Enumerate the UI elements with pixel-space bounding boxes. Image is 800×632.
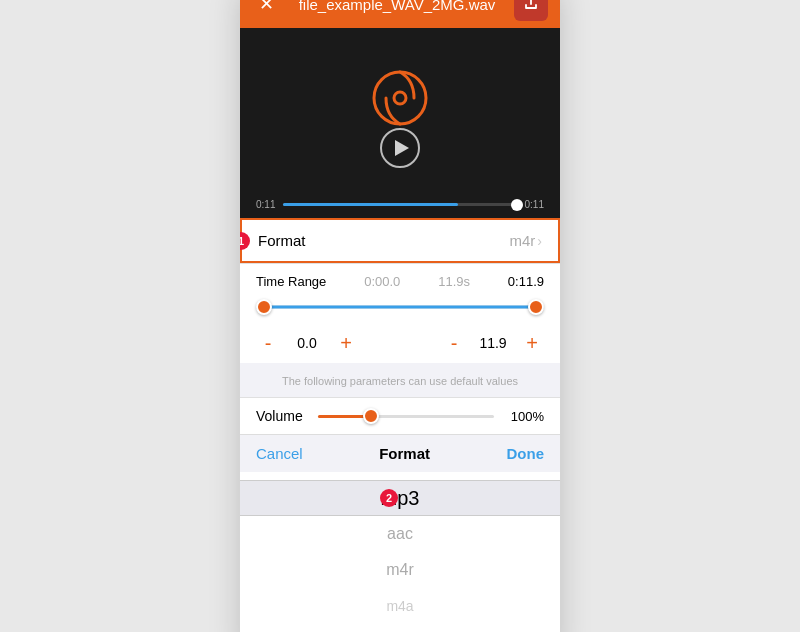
- format-badge: 1: [240, 232, 250, 250]
- time-range-section: Time Range 0:00.0 11.9s 0:11.9: [240, 263, 560, 327]
- range-thumb-left[interactable]: [256, 299, 272, 315]
- svg-point-1: [394, 92, 406, 104]
- time-start: 0:11: [256, 199, 275, 210]
- stepper-left-minus[interactable]: -: [256, 331, 280, 355]
- progress-fill: [283, 203, 458, 206]
- svg-point-0: [374, 72, 426, 124]
- stepper-row: - 0.0 + - 11.9 +: [240, 327, 560, 363]
- phone-container: ✕ file_example_WAV_2MG.wav 3 0:11: [240, 0, 560, 632]
- format-label: Format: [258, 232, 306, 249]
- stepper-right-group: - 11.9 +: [442, 331, 560, 355]
- picker-option-m4r[interactable]: m4r: [240, 552, 560, 588]
- picker-badge: 2: [380, 489, 398, 507]
- format-current-value: m4r: [509, 232, 535, 249]
- volume-row: Volume 100%: [240, 397, 560, 434]
- picker-option-aac-label: aac: [387, 525, 413, 543]
- stepper-left-value: 0.0: [292, 335, 322, 351]
- picker-option-mp3[interactable]: mp3 2: [240, 480, 560, 516]
- picker-wheel: mp3 2 aac m4r m4a: [240, 472, 560, 632]
- default-values-text: The following parameters can use default…: [282, 375, 518, 387]
- time-end: 0:11: [525, 199, 544, 210]
- picker-header: Cancel Format Done: [240, 434, 560, 472]
- time-range-start: 0:00.0: [364, 274, 400, 289]
- volume-thumb[interactable]: [363, 408, 379, 424]
- picker-done-button[interactable]: Done: [506, 445, 544, 462]
- play-button[interactable]: [380, 128, 420, 168]
- picker-title: Format: [379, 445, 430, 462]
- chevron-right-icon: ›: [537, 233, 542, 249]
- progress-track[interactable]: [283, 203, 516, 206]
- picker-option-m4a[interactable]: m4a: [240, 588, 560, 624]
- picker-option-m4a-label: m4a: [386, 598, 413, 614]
- time-range-end: 0:11.9: [508, 274, 544, 289]
- play-icon: [395, 140, 409, 156]
- default-values-notice: The following parameters can use default…: [240, 363, 560, 397]
- picker-option-aac[interactable]: aac: [240, 516, 560, 552]
- stepper-left-group: - 0.0 +: [240, 331, 358, 355]
- player-area: 0:11 0:11: [240, 28, 560, 218]
- format-row[interactable]: 1 Format m4r ›: [240, 218, 560, 263]
- progress-thumb: [511, 199, 523, 211]
- range-slider[interactable]: [256, 295, 544, 319]
- volume-label: Volume: [256, 408, 306, 424]
- volume-slider[interactable]: [318, 415, 494, 418]
- stepper-right-value: 11.9: [478, 335, 508, 351]
- range-fill: [256, 306, 544, 309]
- toolbar-title: file_example_WAV_2MG.wav: [280, 0, 514, 13]
- range-track: [256, 306, 544, 309]
- range-thumb-right[interactable]: [528, 299, 544, 315]
- close-button[interactable]: ✕: [252, 0, 280, 15]
- picker-option-m4r-label: m4r: [386, 561, 414, 579]
- music-icon: [370, 68, 430, 128]
- stepper-left-plus[interactable]: +: [334, 331, 358, 355]
- time-range-duration: 11.9s: [438, 274, 470, 289]
- progress-bar: 0:11 0:11: [256, 199, 544, 210]
- share-button[interactable]: 3: [514, 0, 548, 21]
- stepper-right-plus[interactable]: +: [520, 331, 544, 355]
- stepper-right-minus[interactable]: -: [442, 331, 466, 355]
- picker-cancel-button[interactable]: Cancel: [256, 445, 303, 462]
- share-icon: [523, 0, 539, 14]
- volume-pct: 100%: [506, 409, 544, 424]
- format-value: m4r ›: [509, 232, 542, 249]
- time-range-header: Time Range 0:00.0 11.9s 0:11.9: [256, 274, 544, 289]
- picker-body: mp3 2 aac m4r m4a: [240, 472, 560, 632]
- time-range-label: Time Range: [256, 274, 326, 289]
- toolbar: ✕ file_example_WAV_2MG.wav 3: [240, 0, 560, 28]
